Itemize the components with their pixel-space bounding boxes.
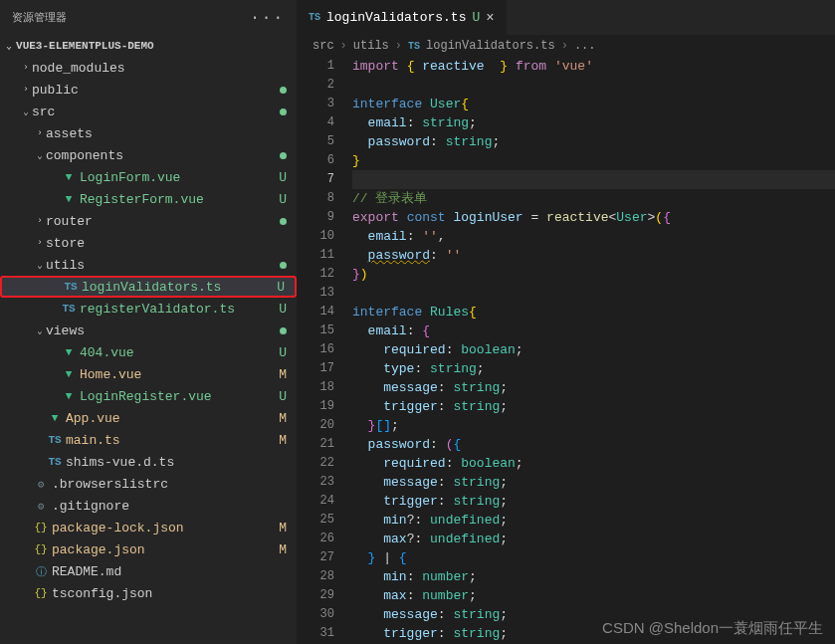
code-line[interactable]: min: number;: [352, 567, 835, 586]
code-line[interactable]: [352, 284, 835, 303]
chevron-right-icon: ›: [395, 39, 402, 53]
project-root[interactable]: ⌄ VUE3-ELEMENTPLUS-DEMO: [0, 35, 297, 57]
more-icon[interactable]: ···: [250, 9, 285, 27]
file-loginregister.vue[interactable]: ▼LoginRegister.vueU: [0, 385, 297, 407]
chevron-right-icon: ›: [34, 238, 46, 248]
tab-label: loginValidators.ts: [326, 10, 466, 25]
code-line[interactable]: password: ({: [352, 435, 835, 454]
code-line[interactable]: required: boolean;: [352, 340, 835, 359]
folder-store[interactable]: ›store: [0, 232, 297, 254]
file-loginvalidators.ts[interactable]: TSloginValidators.tsU: [0, 276, 297, 298]
file-registervalidator.ts[interactable]: TSregisterValidator.tsU: [0, 298, 297, 320]
chevron-down-icon: ⌄: [6, 40, 12, 52]
tab-bar: TS loginValidators.ts U ×: [297, 0, 835, 35]
code-line[interactable]: // 登录表单: [352, 189, 835, 208]
close-icon[interactable]: ×: [486, 10, 494, 26]
code-line[interactable]: }: [352, 151, 835, 170]
code-line[interactable]: trigger: string;: [352, 397, 835, 416]
folder-components[interactable]: ⌄components: [0, 144, 297, 166]
crumb-symbol[interactable]: ...: [574, 39, 596, 53]
code-line[interactable]: interface Rules{: [352, 303, 835, 322]
crumb-file[interactable]: loginValidators.ts: [426, 39, 555, 53]
file-tsconfig.json[interactable]: {}tsconfig.json: [0, 582, 297, 604]
file-.browserslistrc[interactable]: ⚙.browserslistrc: [0, 473, 297, 495]
code-line[interactable]: email: {: [352, 322, 835, 340]
file-package-lock.json[interactable]: {}package-lock.jsonM: [0, 517, 297, 538]
chevron-right-icon: ›: [340, 39, 347, 53]
crumb-utils[interactable]: utils: [353, 39, 389, 53]
chevron-down-icon: ⌄: [34, 260, 46, 271]
file-registerform.vue[interactable]: ▼RegisterForm.vueU: [0, 188, 297, 210]
code-line[interactable]: email: string;: [352, 113, 835, 132]
breadcrumb[interactable]: src › utils › TS loginValidators.ts › ..…: [297, 35, 835, 57]
code-line[interactable]: password: '': [352, 246, 835, 265]
explorer-title: 资源管理器: [12, 10, 67, 25]
chevron-right-icon: ›: [34, 128, 46, 138]
code-line[interactable]: email: '',: [352, 227, 835, 246]
code-line[interactable]: import { reactive } from 'vue': [352, 57, 835, 76]
code-line[interactable]: }[];: [352, 416, 835, 435]
chevron-right-icon: ›: [20, 63, 32, 73]
file-home.vue[interactable]: ▼Home.vueM: [0, 363, 297, 385]
code-line[interactable]: min?: undefined;: [352, 511, 835, 530]
file-tree: ›node_modules›public⌄src›assets⌄componen…: [0, 57, 297, 644]
explorer-sidebar: 资源管理器 ··· ⌄ VUE3-ELEMENTPLUS-DEMO ›node_…: [0, 0, 297, 644]
code-editor[interactable]: 1234567891011121314151617181920212223242…: [297, 57, 835, 644]
code-line[interactable]: message: string;: [352, 378, 835, 397]
code-content[interactable]: import { reactive } from 'vue'interface …: [352, 57, 835, 644]
folder-views[interactable]: ⌄views: [0, 320, 297, 341]
code-line[interactable]: required: boolean;: [352, 454, 835, 473]
code-line[interactable]: message: string;: [352, 473, 835, 492]
folder-utils[interactable]: ⌄utils: [0, 254, 297, 276]
code-line[interactable]: [352, 170, 835, 189]
folder-router[interactable]: ›router: [0, 210, 297, 232]
chevron-down-icon: ⌄: [34, 150, 46, 161]
ts-icon: TS: [408, 41, 420, 52]
chevron-down-icon: ⌄: [34, 325, 46, 336]
sidebar-header: 资源管理器 ···: [0, 0, 297, 35]
code-line[interactable]: type: string;: [352, 359, 835, 378]
chevron-right-icon: ›: [34, 216, 46, 226]
watermark: CSDN @Sheldon一蓑烟雨任平生: [602, 619, 823, 638]
git-status: U: [472, 10, 480, 25]
file-404.vue[interactable]: ▼404.vueU: [0, 341, 297, 363]
crumb-src[interactable]: src: [313, 39, 334, 53]
code-line[interactable]: export const loginUser = reactive<User>(…: [352, 208, 835, 227]
code-line[interactable]: interface User{: [352, 95, 835, 113]
chevron-down-icon: ⌄: [20, 107, 32, 117]
project-name-label: VUE3-ELEMENTPLUS-DEMO: [16, 40, 154, 52]
ts-icon: TS: [309, 12, 320, 23]
file-.gitignore[interactable]: ⚙.gitignore: [0, 495, 297, 517]
code-line[interactable]: [352, 76, 835, 95]
file-readme.md[interactable]: ⓘREADME.md: [0, 560, 297, 582]
code-line[interactable]: } | {: [352, 548, 835, 567]
file-app.vue[interactable]: ▼App.vueM: [0, 407, 297, 429]
chevron-right-icon: ›: [561, 39, 568, 53]
code-line[interactable]: max?: undefined;: [352, 530, 835, 548]
file-package.json[interactable]: {}package.jsonM: [0, 538, 297, 560]
editor-main: TS loginValidators.ts U × src › utils › …: [297, 0, 835, 644]
file-main.ts[interactable]: TSmain.tsM: [0, 429, 297, 451]
tab-loginvalidators[interactable]: TS loginValidators.ts U ×: [297, 0, 508, 35]
folder-src[interactable]: ⌄src: [0, 101, 297, 122]
folder-assets[interactable]: ›assets: [0, 122, 297, 144]
file-shims-vue.d.ts[interactable]: TSshims-vue.d.ts: [0, 451, 297, 473]
code-line[interactable]: password: string;: [352, 132, 835, 151]
folder-node_modules[interactable]: ›node_modules: [0, 57, 297, 79]
file-loginform.vue[interactable]: ▼LoginForm.vueU: [0, 166, 297, 188]
code-line[interactable]: max: number;: [352, 586, 835, 605]
folder-public[interactable]: ›public: [0, 79, 297, 101]
line-gutter: 1234567891011121314151617181920212223242…: [297, 57, 352, 644]
chevron-right-icon: ›: [20, 85, 32, 95]
code-line[interactable]: }): [352, 265, 835, 284]
code-line[interactable]: trigger: string;: [352, 492, 835, 511]
